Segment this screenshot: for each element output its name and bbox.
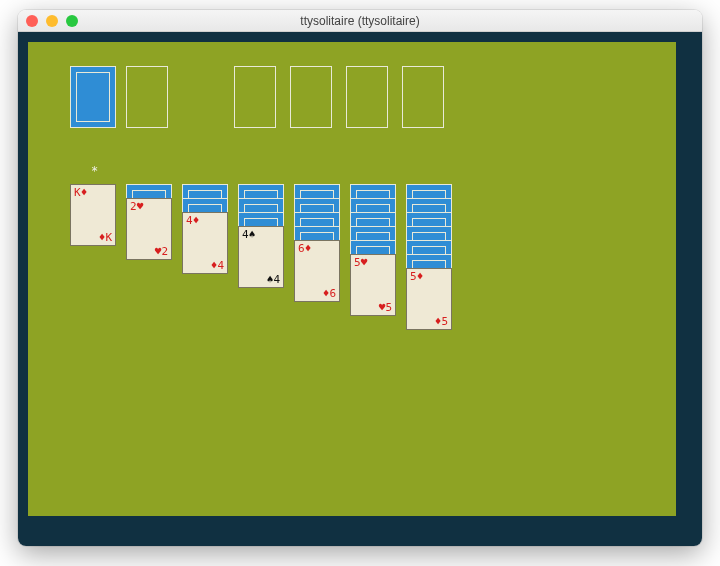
card-rank-tl: 5♥	[354, 257, 367, 268]
faceup-card[interactable]: 4♦♦4	[182, 212, 228, 274]
close-icon[interactable]	[26, 15, 38, 27]
card-rank-tl: 2♥	[130, 201, 143, 212]
faceup-card[interactable]: 2♥♥2	[126, 198, 172, 260]
minimize-icon[interactable]	[46, 15, 58, 27]
zoom-icon[interactable]	[66, 15, 78, 27]
faceup-card[interactable]: K♦♦K	[70, 184, 116, 246]
faceup-card[interactable]: 4♠♠4	[238, 226, 284, 288]
card-rank-tl: 5♦	[410, 271, 423, 282]
foundation-slot-1[interactable]	[234, 66, 276, 128]
window-title: ttysolitaire (ttysolitaire)	[300, 14, 419, 28]
card-rank-tl: 4♦	[186, 215, 199, 226]
card-rank-tl: K♦	[74, 187, 87, 198]
card-rank-br: ♥2	[155, 246, 168, 257]
faceup-card[interactable]: 5♦♦5	[406, 268, 452, 330]
faceup-card[interactable]: 5♥♥5	[350, 254, 396, 316]
foundation-slot-3[interactable]	[346, 66, 388, 128]
terminal-area: * K♦♦K2♥♥24♦♦44♠♠46♦♦65♥♥55♦♦5	[18, 32, 702, 546]
foundation-slot-4[interactable]	[402, 66, 444, 128]
card-rank-br: ♦5	[435, 316, 448, 327]
game-board[interactable]: * K♦♦K2♥♥24♦♦44♠♠46♦♦65♥♥55♦♦5	[28, 42, 676, 516]
app-window: ttysolitaire (ttysolitaire) * K♦♦K2♥♥24♦…	[18, 10, 702, 546]
card-rank-tl: 6♦	[298, 243, 311, 254]
titlebar: ttysolitaire (ttysolitaire)	[18, 10, 702, 32]
cursor-marker: *	[91, 164, 98, 178]
window-controls	[26, 15, 78, 27]
card-rank-br: ♠4	[267, 274, 280, 285]
waste-slot[interactable]	[126, 66, 168, 128]
foundation-slot-2[interactable]	[290, 66, 332, 128]
card-rank-br: ♦K	[99, 232, 112, 243]
card-rank-tl: 4♠	[242, 229, 255, 240]
card-rank-br: ♥5	[379, 302, 392, 313]
card-rank-br: ♦4	[211, 260, 224, 271]
card-rank-br: ♦6	[323, 288, 336, 299]
stock-pile[interactable]	[70, 66, 116, 128]
faceup-card[interactable]: 6♦♦6	[294, 240, 340, 302]
